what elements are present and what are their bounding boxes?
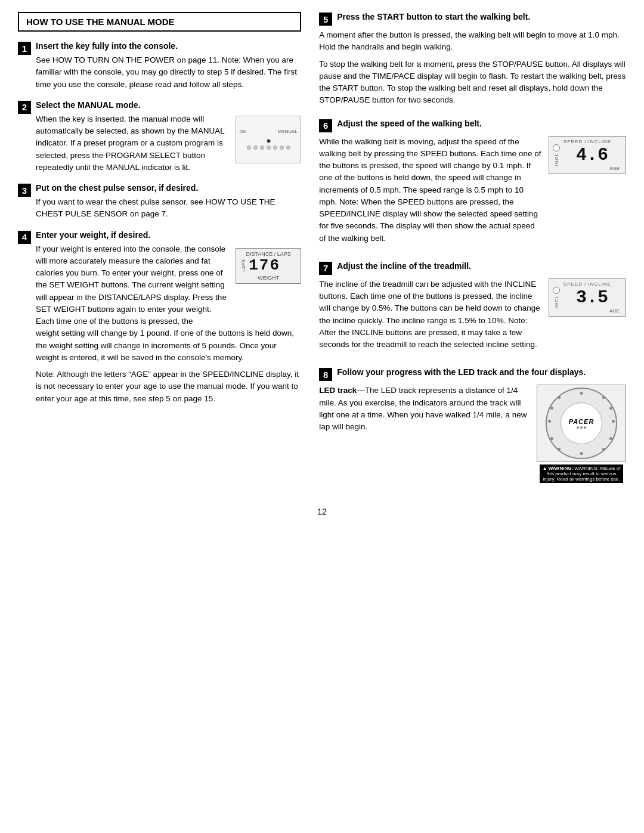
step-8-title-row: 8 Follow your progress with the LED trac… xyxy=(319,367,626,381)
distance-laps-label: DISTANCE / LAPS xyxy=(242,251,295,257)
pacer-dot-6 xyxy=(602,448,605,451)
laps-side-label: LAPS xyxy=(241,259,246,271)
speed-main-row-7: INCL 3.5 xyxy=(553,287,622,308)
step-4-body-pre: If your weight is entered into the conso… xyxy=(36,243,230,328)
step-7-text: The incline of the treadmill can be adju… xyxy=(319,278,541,356)
page-container: HOW TO USE THE MANUAL MODE 1 Insert the … xyxy=(18,12,626,516)
manual-indicator-dot xyxy=(267,139,271,143)
pacer-outer-ring: PACER xyxy=(546,388,617,459)
age-label-7: AGE xyxy=(553,308,622,314)
pacer-dot-8 xyxy=(558,448,561,451)
step-2: 2 Select the MANUAL mode. When the key i… xyxy=(18,100,301,174)
pacer-dot-1 xyxy=(580,392,583,395)
step-1-body: See HOW TO TURN ON THE POWER on page 11.… xyxy=(36,54,301,91)
speed-main-row-6: INCL 4.6 xyxy=(553,144,622,166)
age-label-6: AGE xyxy=(553,166,622,171)
step-5-title: Press the START button to start the walk… xyxy=(337,12,530,21)
speed-display-7: SPEED / INCLINE INCL 3.5 AGE xyxy=(549,278,626,317)
manual-indicator-row xyxy=(267,139,271,143)
step-2-title: Select the MANUAL mode. xyxy=(36,100,301,110)
btn-dot-3 xyxy=(260,145,264,150)
step-3: 3 Put on the chest pulse sensor, if desi… xyxy=(18,183,301,221)
speed-number-7: 3.5 xyxy=(562,287,622,308)
console-button-dots xyxy=(247,145,290,150)
led-track-label: LED track xyxy=(319,386,357,395)
step-2-number: 2 xyxy=(18,101,31,114)
step-4: 4 Enter your weight, if desired. If your… xyxy=(18,230,301,405)
btn-dot-7 xyxy=(286,145,290,150)
step-4-with-image: If your weight is entered into the conso… xyxy=(36,243,301,328)
btn-dot-2 xyxy=(253,145,258,150)
step-6-title: Adjust the speed of the walking belt. xyxy=(337,119,482,128)
distance-laps-display: DISTANCE / LAPS LAPS 176 WEIGHT xyxy=(236,248,301,284)
pacer-brand-text: PACER xyxy=(569,418,595,425)
pacer-wrapper: PACER ▲ WARNING: xyxy=(537,385,626,483)
step-6-number: 6 xyxy=(319,119,332,132)
step-4-body-post: weight setting will change by 1 pound. I… xyxy=(36,327,301,364)
step-6-text: While the walking belt is moving, adjust… xyxy=(319,136,541,249)
step-8: 8 Follow your progress with the LED trac… xyxy=(319,367,626,483)
step-4-text: If your weight is entered into the conso… xyxy=(36,243,230,328)
step-2-text: When the key is inserted, the manual mod… xyxy=(36,113,230,174)
pacer-inner-dot-1 xyxy=(577,426,579,429)
led-dash: — xyxy=(357,386,365,395)
step-1-number: 1 xyxy=(18,42,31,55)
step-2-content: Select the MANUAL mode. When the key is … xyxy=(36,100,301,174)
pacer-dot-2 xyxy=(602,396,605,399)
speed-display-6: SPEED / INCLINE INCL 4.6 AGE xyxy=(549,136,626,174)
pacer-display: PACER xyxy=(537,385,626,462)
step-3-body: If you want to wear the chest pulse sens… xyxy=(36,196,301,221)
step-6-title-row: 6 Adjust the speed of the walking belt. xyxy=(319,119,626,132)
console-illustration: ON MANUAL xyxy=(236,116,301,163)
step-2-body: When the key is inserted, the manual mod… xyxy=(36,113,230,174)
step-7-number: 7 xyxy=(319,262,332,275)
step-8-with-img: LED track—The LED track represents a dis… xyxy=(319,385,626,483)
step-8-title: Follow your progress with the LED track … xyxy=(337,367,586,377)
step-5-number: 5 xyxy=(319,13,332,26)
step-5: 5 Press the START button to start the wa… xyxy=(319,12,626,107)
step-8-number: 8 xyxy=(319,368,332,381)
incl-col-6: INCL xyxy=(553,144,560,166)
speed-display-inner-7: SPEED / INCLINE INCL 3.5 AGE xyxy=(549,279,626,316)
incl-col-7: INCL xyxy=(553,287,560,308)
console-top-labels: ON MANUAL xyxy=(240,129,298,134)
pacer-dot-4 xyxy=(612,420,615,423)
step-5-body2: To stop the walking belt for a moment, p… xyxy=(319,58,626,107)
right-column: 5 Press the START button to start the wa… xyxy=(319,12,626,495)
step-4-number: 4 xyxy=(18,231,31,244)
step-6-body: While the walking belt is moving, adjust… xyxy=(319,136,541,244)
warning-bar: ▲ WARNING: WARNING: Misuse of this produ… xyxy=(540,465,623,483)
incl-circle-7 xyxy=(553,287,560,294)
distance-laps-top-label: DISTANCE / LAPS xyxy=(241,251,296,257)
pacer-inner-circle: PACER xyxy=(561,402,602,444)
warning-label: ▲ WARNING: xyxy=(543,466,573,471)
step-1-title: Insert the key fully into the console. xyxy=(36,41,301,51)
pacer-inner-dots xyxy=(577,426,586,429)
incl-circle-6 xyxy=(553,144,560,151)
display-main-row: LAPS 176 xyxy=(241,257,296,274)
step-7-title: Adjust the incline of the treadmill. xyxy=(337,261,471,271)
btn-dot-5 xyxy=(273,145,277,150)
step-1-content: Insert the key fully into the console. S… xyxy=(36,41,301,91)
pacer-dot-12 xyxy=(558,396,561,399)
pacer-dot-11 xyxy=(550,407,553,410)
pacer-dot-3 xyxy=(609,407,612,410)
speed-display-inner-6: SPEED / INCLINE INCL 4.6 AGE xyxy=(549,137,626,174)
weight-bottom-label: WEIGHT xyxy=(241,275,296,281)
step-7-body: The incline of the treadmill can be adju… xyxy=(319,278,541,351)
speed-label-top-7: SPEED / INCLINE xyxy=(553,281,622,287)
btn-dot-6 xyxy=(280,145,284,150)
speed-label-top-6: SPEED / INCLINE xyxy=(553,139,622,144)
step-5-title-row: 5 Press the START button to start the wa… xyxy=(319,12,626,26)
pacer-dot-9 xyxy=(550,437,553,440)
step-6-with-img: While the walking belt is moving, adjust… xyxy=(319,136,626,249)
step-5-body1: A moment after the button is pressed, th… xyxy=(319,29,626,54)
btn-dot-4 xyxy=(267,145,271,150)
step-8-led-body: LED track—The LED track represents a dis… xyxy=(319,385,530,433)
page-header: HOW TO USE THE MANUAL MODE xyxy=(18,12,301,32)
step-3-number: 3 xyxy=(18,184,31,197)
pacer-inner-dot-3 xyxy=(584,426,586,429)
weight-display-number: 176 xyxy=(249,257,280,274)
step-2-with-image: When the key is inserted, the manual mod… xyxy=(36,113,301,174)
pacer-dot-10 xyxy=(548,420,551,423)
